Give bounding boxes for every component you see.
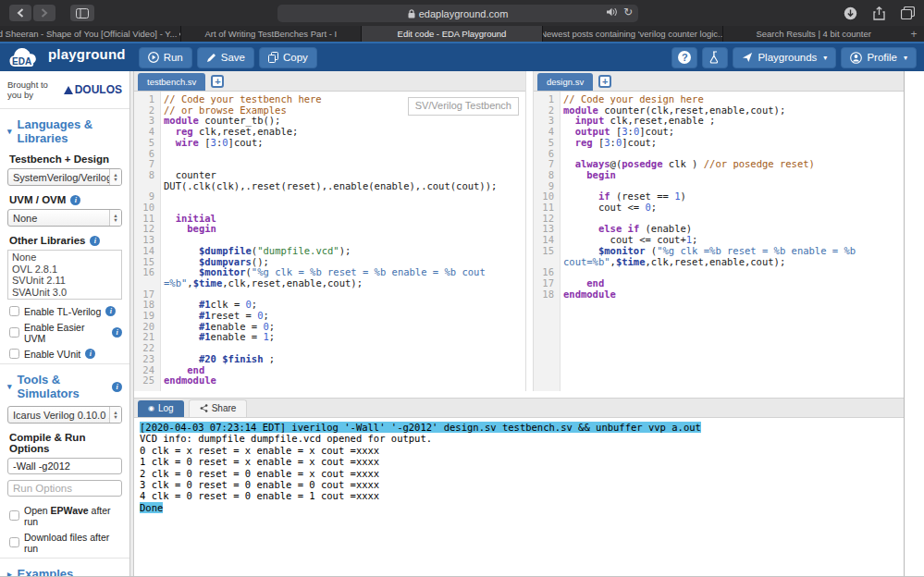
listbox-option[interactable]: SVUnit 2.11 [8, 275, 121, 287]
other-libraries-listbox[interactable]: NoneOVL 2.8.1SVUnit 2.11SVAUnit 3.0 [7, 250, 122, 300]
doulos-logo[interactable]: DOULOS [64, 83, 122, 96]
svg-text:EDA: EDA [12, 56, 31, 67]
compile-run-options-label: Compile & Run Options [0, 428, 129, 457]
code-line: 25endmodule [134, 375, 525, 387]
eda-playground-logo[interactable]: EDA playground [6, 43, 126, 71]
profile-menu[interactable]: Profile ▾ [841, 47, 917, 68]
browser-tab-forum-posts[interactable]: Newest posts containing 'verilog counter… [543, 26, 724, 42]
checkbox[interactable] [9, 510, 19, 521]
code-line: 5 wire [3:0]cout; [134, 138, 525, 149]
section-languages-libraries[interactable]: ▾ Languages & Libraries [0, 111, 129, 150]
line-number: 17 [534, 278, 560, 289]
testbench-editor-pane: testbench.sv + 1// Code your testbench h… [134, 71, 525, 391]
line-number: 7 [134, 159, 160, 170]
testbench-design-label: Testbench + Design [0, 150, 129, 167]
forward-button[interactable] [33, 5, 55, 21]
line-number: 16 [134, 267, 160, 288]
share-nodes-icon [200, 404, 208, 412]
line-number: 3 [134, 116, 160, 127]
code-line: 16 $monitor("%g clk = %b reset = %b enab… [134, 267, 525, 288]
line-number: 6 [134, 149, 160, 160]
run-options-input[interactable]: Run Options [7, 480, 122, 497]
audio-playing-icon[interactable] [607, 7, 617, 17]
info-icon[interactable]: i [105, 306, 116, 316]
back-button[interactable] [9, 5, 31, 21]
editor-split-handle[interactable] [525, 71, 534, 391]
brought-text: Brought to you by [7, 80, 59, 100]
listbox-option[interactable]: SVAUnit 3.0 [8, 287, 121, 299]
testbench-code-editor[interactable]: 1// Code your testbench here2// or brows… [134, 92, 525, 391]
run-button[interactable]: Run [139, 47, 192, 68]
playgrounds-menu[interactable]: Playgrounds ▾ [733, 47, 836, 68]
checkbox[interactable] [9, 306, 19, 316]
help-icon: ? [678, 51, 691, 64]
info-icon[interactable]: i [90, 236, 100, 246]
enable-tl-verilog-row[interactable]: Enable TL-Verilog i [0, 303, 129, 319]
enable-vunit-row[interactable]: Enable VUnit i [0, 346, 129, 362]
add-file-button[interactable]: + [598, 75, 611, 88]
chevron-down-icon: ▾ [823, 54, 827, 62]
address-bar[interactable]: edaplayground.com ↻ [277, 5, 638, 22]
uvm-select[interactable]: None ▲▼ [7, 209, 122, 227]
code-line: 6 [134, 149, 525, 160]
new-tab-button[interactable]: + [904, 26, 924, 42]
downloads-icon[interactable] [844, 6, 857, 20]
save-button[interactable]: Save [197, 47, 254, 68]
listbox-option[interactable]: OVL 2.8.1 [8, 264, 121, 276]
code-line: 8 begin [534, 170, 904, 181]
person-icon [850, 52, 862, 64]
sidebar-toggle-button[interactable] [70, 5, 94, 21]
browser-toolbar: edaplayground.com ↻ [0, 0, 924, 26]
simulator-select[interactable]: Icarus Verilog 0.10.0 11/23/14 ▲▼ [7, 406, 122, 424]
line-number: 4 [534, 127, 560, 138]
open-epwave-row[interactable]: Open EPWave after run [0, 502, 129, 529]
log-line: 2 clk = 0 reset = 0 enable = x cout =xxx… [140, 468, 898, 479]
browser-tab-search-results[interactable]: Search Results | 4 bit counter [723, 26, 904, 42]
lab-button[interactable] [702, 47, 728, 68]
reload-icon[interactable]: ↻ [623, 6, 633, 18]
checkbox[interactable] [9, 537, 19, 547]
section-tools-simulators[interactable]: ▾ Tools & Simulators i [0, 366, 129, 405]
line-number: 11 [534, 203, 560, 214]
collapse-arrow-icon: ▾ [7, 127, 12, 136]
log-tab[interactable]: ◉ Log [138, 400, 184, 417]
testbench-tabstrip: testbench.sv + [134, 71, 525, 92]
download-files-row[interactable]: Download files after run [0, 529, 129, 556]
add-file-button[interactable]: + [211, 75, 224, 88]
compile-options-input[interactable]: -Wall -g2012 [7, 458, 122, 474]
share-icon[interactable] [873, 6, 885, 20]
info-icon[interactable]: i [70, 195, 80, 205]
enable-easier-uvm-row[interactable]: Enable Easier UVM i [0, 319, 129, 346]
line-number: 1 [534, 94, 560, 105]
line-number: 23 [134, 354, 160, 365]
line-number: 1 [134, 94, 160, 105]
tab-overview-icon[interactable] [901, 6, 915, 19]
info-icon[interactable]: i [85, 349, 95, 359]
share-tab[interactable]: Share [189, 399, 248, 417]
checkbox[interactable] [9, 327, 19, 338]
select-stepper-icon: ▲▼ [109, 407, 121, 423]
log-line: [2020-04-03 07:23:14 EDT] iverilog '-Wal… [140, 422, 898, 433]
testbench-file-tab[interactable]: testbench.sv [138, 73, 205, 91]
design-code-editor[interactable]: 1// Code your design here2module counter… [534, 92, 904, 391]
section-examples[interactable]: ▸ Examples [0, 560, 129, 576]
checkbox[interactable] [9, 349, 19, 359]
help-button[interactable]: ? [671, 47, 697, 68]
listbox-option[interactable]: None [8, 252, 121, 264]
language-badge: SV/Verilog Testbench [408, 97, 519, 116]
browser-tab-youtube[interactable]: Ed Sheeran - Shape of You [Official Vide… [0, 26, 181, 42]
line-number: 14 [134, 246, 160, 257]
line-number: 18 [534, 289, 560, 301]
log-output[interactable]: [2020-04-03 07:23:14 EDT] iverilog '-Wal… [134, 418, 904, 576]
browser-tab-eda-playground[interactable]: Edit code - EDA Playground [362, 26, 543, 42]
page-scroll-gutter[interactable] [904, 71, 924, 576]
language-select[interactable]: SystemVerilog/Verilog ▲▼ [7, 168, 122, 186]
collapsed-arrow-icon: ▸ [7, 570, 12, 577]
line-number: 2 [134, 105, 160, 117]
copy-button[interactable]: Copy [259, 47, 317, 68]
code-line: 21 #1enable = 1; [134, 332, 525, 343]
design-file-tab[interactable]: design.sv [537, 73, 593, 91]
browser-tab-testbenches[interactable]: Art of Writing TestBenches Part - I [181, 26, 363, 42]
info-icon[interactable]: i [112, 327, 122, 338]
info-icon[interactable]: i [112, 382, 122, 392]
